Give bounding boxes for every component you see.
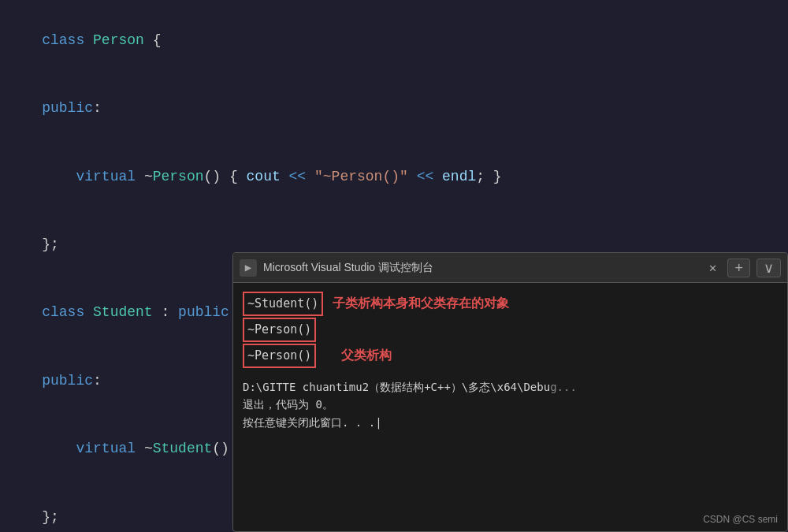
terminal-exit: 退出，代码为 0。	[243, 396, 333, 413]
terminal-body: ~Student() 子类析构本身和父类存在的对象 ~Person() ~Per…	[233, 283, 787, 531]
terminal-output: ~Student() 子类析构本身和父类存在的对象 ~Person() ~Per…	[243, 291, 778, 431]
highlight-person-destructor-2: ~Person()	[243, 344, 316, 368]
highlight-student-destructor: ~Student()	[243, 292, 323, 316]
terminal-window: ▶ Microsoft Visual Studio 调试控制台 ✕ + ∨ ~S…	[232, 252, 788, 532]
terminal-press: 按任意键关闭此窗口. . .|	[243, 414, 382, 431]
terminal-spacer	[243, 369, 778, 378]
annotation-2: 父类析构	[341, 344, 392, 367]
terminal-add-button[interactable]: +	[727, 259, 750, 277]
terminal-titlebar: ▶ Microsoft Visual Studio 调试控制台 ✕ + ∨	[233, 253, 787, 283]
watermark: CSDN @CS semi	[703, 514, 778, 525]
terminal-title: Microsoft Visual Studio 调试控制台	[263, 261, 698, 275]
terminal-close-button[interactable]: ✕	[704, 259, 722, 277]
terminal-row-1: ~Student() 子类析构本身和父类存在的对象	[243, 291, 778, 317]
code-line-2: public:	[8, 74, 780, 142]
terminal-press-row: 按任意键关闭此窗口. . .|	[243, 414, 778, 431]
terminal-exit-row: 退出，代码为 0。	[243, 396, 778, 413]
code-line-1: class Person {	[8, 6, 780, 74]
terminal-dropdown-button[interactable]: ∨	[756, 259, 781, 277]
terminal-row-3: ~Person() 父类析构	[243, 343, 778, 369]
terminal-path: D:\GITTE chuantimu2（数据结构+C++）\多态\x64\Deb…	[243, 378, 577, 396]
annotation-1: 子类析构本身和父类存在的对象	[333, 292, 509, 315]
terminal-app-icon: ▶	[240, 259, 257, 277]
terminal-row-2: ~Person()	[243, 317, 778, 343]
terminal-path-row: D:\GITTE chuantimu2（数据结构+C++）\多态\x64\Deb…	[243, 378, 778, 396]
highlight-person-destructor-1: ~Person()	[243, 318, 316, 342]
code-line-3: virtual ~Person() { cout << "~Person()" …	[8, 143, 780, 210]
